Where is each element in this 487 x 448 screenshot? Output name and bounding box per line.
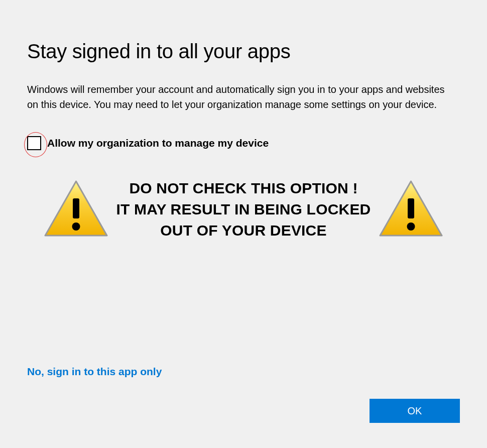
warning-line-1: DO NOT CHECK THIS OPTION ! xyxy=(115,178,372,199)
signin-dialog: Stay signed in to all your apps Windows … xyxy=(0,0,487,448)
allow-manage-row: Allow my organization to manage my devic… xyxy=(27,136,460,150)
warning-line-2: IT MAY RESULT IN BEING LOCKED OUT OF YOU… xyxy=(115,199,372,241)
svg-point-2 xyxy=(72,222,80,231)
svg-point-5 xyxy=(407,222,415,231)
svg-rect-4 xyxy=(408,198,414,218)
dialog-description: Windows will remember your account and a… xyxy=(27,82,454,112)
allow-manage-checkbox[interactable] xyxy=(27,136,41,150)
sign-in-app-only-link[interactable]: No, sign in to this app only xyxy=(27,366,162,378)
allow-manage-label: Allow my organization to manage my devic… xyxy=(47,137,269,149)
warning-icon xyxy=(42,178,110,241)
ok-button[interactable]: OK xyxy=(370,399,460,423)
dialog-title: Stay signed in to all your apps xyxy=(27,40,460,63)
warning-text: DO NOT CHECK THIS OPTION ! IT MAY RESULT… xyxy=(115,178,372,241)
svg-rect-1 xyxy=(73,198,79,218)
warning-icon xyxy=(377,178,445,241)
warning-block: DO NOT CHECK THIS OPTION ! IT MAY RESULT… xyxy=(27,178,460,241)
